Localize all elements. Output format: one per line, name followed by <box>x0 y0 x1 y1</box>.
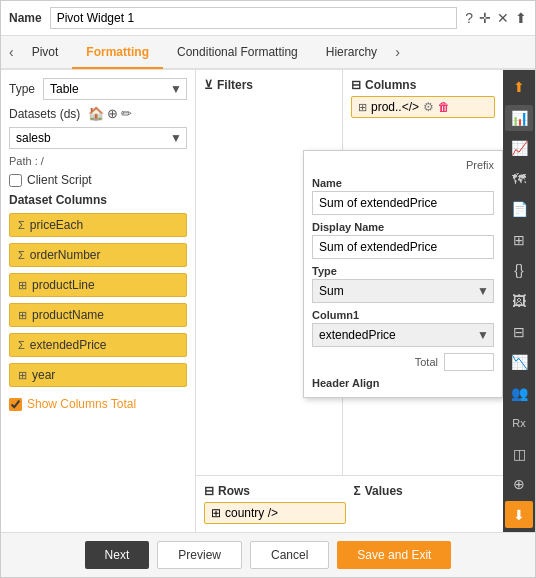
type-label: Type <box>9 82 35 96</box>
prefix-row-1: Prefix <box>312 159 494 171</box>
client-script-row: Client Script <box>9 173 187 187</box>
tab-formatting[interactable]: Formatting <box>72 37 163 69</box>
columns-title: ⊟ Columns <box>351 78 495 92</box>
sidebar-icon-bar-chart[interactable]: 📊 <box>505 105 533 132</box>
column-item-priceEach[interactable]: Σ priceEach <box>9 213 187 237</box>
sidebar-icon-area-chart[interactable]: 📉 <box>505 349 533 376</box>
show-total-checkbox[interactable] <box>9 398 22 411</box>
show-total-row[interactable]: Show Columns Total <box>9 397 187 411</box>
name-label: Name <box>9 11 42 25</box>
sigma-icon-1: Σ <box>18 219 25 231</box>
save-exit-button[interactable]: Save and Exit <box>337 541 451 569</box>
row-chip[interactable]: ⊞ country /> <box>204 502 346 524</box>
help-icon[interactable]: ? <box>465 10 473 26</box>
column-name-6: year <box>32 368 55 382</box>
type-select[interactable]: Table <box>43 78 187 100</box>
columns-label: Dataset Columns <box>9 193 187 207</box>
column-item-productName[interactable]: ⊞ productName <box>9 303 187 327</box>
preview-button[interactable]: Preview <box>157 541 242 569</box>
tab-conditional-formatting[interactable]: Conditional Formatting <box>163 37 312 69</box>
sidebar-icon-image[interactable]: 🖼 <box>505 288 533 315</box>
values-col: Σ Values <box>354 484 496 498</box>
sidebar-icon-line-chart[interactable]: 📈 <box>505 135 533 162</box>
ds-home-icon[interactable]: 🏠 <box>88 106 104 121</box>
popup-overlay: Prefix Name Display Name Type <box>303 150 503 398</box>
sidebar-icon-code[interactable]: {} <box>505 257 533 284</box>
sidebar-icon-add[interactable]: ⊕ <box>505 471 533 498</box>
dataset-select-wrapper: salesb ▼ <box>9 127 187 149</box>
rows-col: ⊟ Rows ⊞ country /> <box>204 484 346 524</box>
dataset-select-row: salesb ▼ <box>9 127 187 149</box>
sigma-icon-3: Σ <box>18 339 25 351</box>
rows-section: ⊟ Rows ⊞ country /> Σ Values <box>196 475 503 532</box>
prefix-label-1: Prefix <box>466 159 494 171</box>
client-script-checkbox[interactable] <box>9 174 22 187</box>
filter-icon: ⊻ <box>204 78 213 92</box>
tab-hierarchy[interactable]: Hierarchy <box>312 37 391 69</box>
column-name-2: orderNumber <box>30 248 101 262</box>
total-input[interactable] <box>444 353 494 371</box>
total-label: Total <box>415 356 438 368</box>
values-title: Σ Values <box>354 484 496 498</box>
dataset-select[interactable]: salesb <box>9 127 187 149</box>
client-script-label: Client Script <box>27 173 92 187</box>
rows-icon: ⊟ <box>204 484 214 498</box>
column-item-productLine[interactable]: ⊞ productLine <box>9 273 187 297</box>
column-name-3: productLine <box>32 278 95 292</box>
type-select-wrapper: Table ▼ <box>43 78 187 100</box>
tab-next-arrow[interactable]: › <box>391 36 404 68</box>
tab-pivot[interactable]: Pivot <box>18 37 73 69</box>
sidebar-icon-document[interactable]: 📄 <box>505 196 533 223</box>
ds-edit-icon[interactable]: ✏ <box>121 106 132 121</box>
sidebar-icon-download[interactable]: ⬇ <box>505 501 533 528</box>
sidebar-icon-layers[interactable]: ◫ <box>505 440 533 467</box>
sidebar-icon-rx[interactable]: Rx <box>505 410 533 437</box>
tabs-bar: ‹ Pivot Formatting Conditional Formattin… <box>1 36 535 70</box>
tab-prev-arrow[interactable]: ‹ <box>5 36 18 68</box>
popup-type-label: Type <box>312 265 494 277</box>
path-value: / <box>41 155 44 167</box>
popup-display-name-label: Display Name <box>312 221 494 233</box>
table-icon-3: ⊞ <box>18 369 27 382</box>
close-icon[interactable]: ✕ <box>497 10 509 26</box>
popup-column1-field: Column1 extendedPrice ▼ <box>312 309 494 347</box>
sidebar-icon-pivot[interactable]: ⊟ <box>505 318 533 345</box>
sidebar-icon-table[interactable]: ⊞ <box>505 227 533 254</box>
column-item-orderNumber[interactable]: Σ orderNumber <box>9 243 187 267</box>
col-chip-delete-icon[interactable]: 🗑 <box>438 100 450 114</box>
col-chip-settings-icon[interactable]: ⚙ <box>423 100 434 114</box>
row-chip-text: country /> <box>225 506 278 520</box>
filters-title: ⊻ Filters <box>204 78 334 92</box>
popup-display-name-input[interactable] <box>312 235 494 259</box>
title-input[interactable] <box>50 7 458 29</box>
popup-column1-select-wrapper: extendedPrice ▼ <box>312 323 494 347</box>
minimize-icon[interactable]: ⬆ <box>515 10 527 26</box>
table-icon-2: ⊞ <box>18 309 27 322</box>
ds-add-icon[interactable]: ⊕ <box>107 106 118 121</box>
sidebar-icon-map[interactable]: 🗺 <box>505 166 533 193</box>
sidebar-icon-upload[interactable]: ⬆ <box>505 74 533 101</box>
popup-type-select[interactable]: Sum Count Average Min Max <box>312 279 494 303</box>
sidebar-icon-users[interactable]: 👥 <box>505 379 533 406</box>
col-chip-icon: ⊞ <box>358 101 367 114</box>
main-panel: ⊻ Filters ⊟ Columns ⊞ prod..</> ⚙ 🗑 <box>196 70 503 532</box>
column-item-extendedPrice[interactable]: Σ extendedPrice <box>9 333 187 357</box>
prefix-row-total: Total <box>312 353 494 371</box>
path-row: Path : / <box>9 155 187 167</box>
move-icon[interactable]: ✛ <box>479 10 491 26</box>
column-name-1: priceEach <box>30 218 83 232</box>
next-button[interactable]: Next <box>85 541 150 569</box>
popup-column1-select[interactable]: extendedPrice <box>312 323 494 347</box>
popup-display-name-field: Display Name <box>312 221 494 259</box>
column-item-year[interactable]: ⊞ year <box>9 363 187 387</box>
left-panel: Type Table ▼ Datasets (ds) 🏠 ⊕ ✏ <box>1 70 196 532</box>
column-name-5: extendedPrice <box>30 338 107 352</box>
column-chip[interactable]: ⊞ prod..</> ⚙ 🗑 <box>351 96 495 118</box>
cancel-button[interactable]: Cancel <box>250 541 329 569</box>
show-total-label: Show Columns Total <box>27 397 136 411</box>
ds-icons: 🏠 ⊕ ✏ <box>88 106 132 121</box>
column-name-4: productName <box>32 308 104 322</box>
popup-name-field: Name <box>312 177 494 215</box>
path-label: Path : <box>9 155 38 167</box>
popup-name-input[interactable] <box>312 191 494 215</box>
